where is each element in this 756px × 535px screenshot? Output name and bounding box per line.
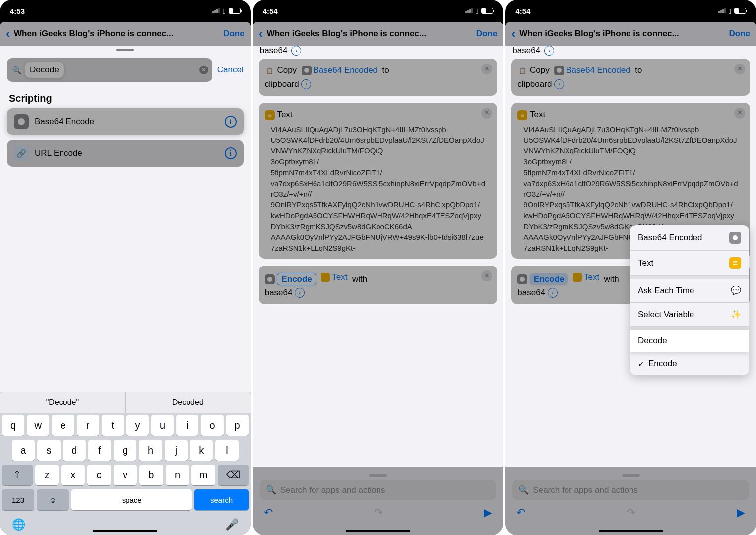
- action-base64-encode[interactable]: Base64 Encode i: [7, 108, 244, 135]
- close-icon[interactable]: ✕: [481, 108, 492, 119]
- menu-item-decode[interactable]: Decode: [630, 330, 749, 352]
- home-indicator[interactable]: [346, 530, 410, 532]
- expand-icon[interactable]: ›: [295, 288, 305, 298]
- grabber[interactable]: [369, 474, 387, 477]
- key-u[interactable]: u: [151, 415, 174, 436]
- expand-icon[interactable]: ›: [544, 46, 554, 56]
- key-p[interactable]: p: [226, 415, 249, 436]
- status-bar: 4:53 􀙇: [0, 0, 251, 22]
- key-l[interactable]: l: [215, 440, 238, 461]
- key-row: qwertyuiop: [2, 415, 249, 436]
- action-url-encode[interactable]: 🔗 URL Encode i: [7, 140, 244, 167]
- delete-key[interactable]: ⌫: [218, 465, 249, 485]
- key-q[interactable]: q: [2, 415, 24, 436]
- suggestion[interactable]: Decoded: [126, 392, 251, 413]
- back-button[interactable]: ‹: [259, 27, 263, 41]
- key-c[interactable]: c: [87, 465, 111, 485]
- text-variable[interactable]: Text: [573, 270, 599, 284]
- expand-icon[interactable]: ›: [548, 288, 558, 298]
- run-button[interactable]: ▶: [484, 506, 492, 519]
- key-e[interactable]: e: [52, 415, 74, 436]
- search-actions[interactable]: 🔍 Search for apps and actions: [260, 480, 497, 500]
- copy-action-block[interactable]: ✕ 📋 Copy Base64 Encoded to clipboard ›: [259, 59, 498, 96]
- grabber[interactable]: [622, 474, 640, 477]
- key-h[interactable]: h: [139, 440, 162, 461]
- info-icon[interactable]: i: [225, 147, 237, 159]
- home-indicator[interactable]: [93, 530, 157, 532]
- key-v[interactable]: v: [114, 465, 137, 485]
- key-x[interactable]: x: [61, 465, 85, 485]
- cancel-button[interactable]: Cancel: [217, 65, 244, 75]
- menu-item-select-variable[interactable]: Select Variable ✨: [630, 303, 749, 327]
- menu-item-base64-encoded[interactable]: Base64 Encoded: [630, 225, 749, 251]
- chat-icon: 💬: [731, 285, 741, 296]
- search-key[interactable]: search: [194, 489, 248, 510]
- menu-item-encode[interactable]: ✓ Encode: [630, 352, 749, 375]
- suggestion[interactable]: "Decode": [0, 392, 126, 413]
- expand-icon[interactable]: ›: [291, 46, 301, 56]
- close-icon[interactable]: ✕: [734, 108, 745, 119]
- copy-action-block[interactable]: ✕ 📋 Copy Base64 Encoded to clipboard ›: [511, 59, 750, 96]
- search-actions[interactable]: 🔍 Search for apps and actions: [512, 480, 749, 500]
- section-header: Scripting: [0, 86, 251, 108]
- close-icon[interactable]: ✕: [481, 270, 492, 281]
- undo-button[interactable]: ↶: [516, 506, 525, 519]
- menu-item-ask-each-time[interactable]: Ask Each Time 💬: [630, 279, 749, 303]
- text-content[interactable]: VI4AAuSLIIQuAgADjL7u3OHqKTgN+4III-MZt0lv…: [265, 121, 492, 259]
- undo-button[interactable]: ↶: [264, 506, 273, 519]
- clear-icon[interactable]: ✕: [199, 66, 208, 74]
- globe-icon[interactable]: 🌐: [12, 518, 25, 531]
- key-w[interactable]: w: [27, 415, 49, 436]
- action-continuation: base64 ›: [505, 46, 756, 59]
- variable-base64-encoded[interactable]: Base64 Encoded: [566, 64, 630, 77]
- key-r[interactable]: r: [77, 415, 99, 436]
- wifi-icon: 􀙇: [223, 7, 225, 15]
- key-a[interactable]: a: [12, 440, 35, 461]
- run-button[interactable]: ▶: [737, 506, 745, 519]
- page-title: When iGeeks Blog's iPhone is connec...: [267, 29, 472, 39]
- cellular-icon: [212, 8, 220, 13]
- key-t[interactable]: t: [102, 415, 124, 436]
- key-n[interactable]: n: [166, 465, 189, 485]
- menu-item-text[interactable]: Text ≡: [630, 251, 749, 276]
- search-field[interactable]: 🔍 Decode ✕: [7, 58, 212, 82]
- home-indicator[interactable]: [599, 530, 663, 532]
- key-z[interactable]: z: [35, 465, 59, 485]
- encode-param[interactable]: Encode: [277, 273, 316, 285]
- keyboard-suggestions[interactable]: "Decode" Decoded: [0, 392, 251, 413]
- space-key[interactable]: space: [71, 489, 192, 510]
- text-action-block[interactable]: ✕ ≡ Text VI4AAuSLIIQuAgADjL7u3OHqKTgN+4I…: [259, 103, 498, 259]
- mic-icon[interactable]: 🎤: [225, 518, 239, 531]
- key-d[interactable]: d: [63, 440, 86, 461]
- numbers-key[interactable]: 123: [2, 489, 34, 510]
- key-k[interactable]: k: [190, 440, 213, 461]
- text-variable[interactable]: Text: [321, 270, 347, 284]
- key-s[interactable]: s: [37, 440, 60, 461]
- key-y[interactable]: y: [126, 415, 149, 436]
- key-i[interactable]: i: [176, 415, 198, 436]
- done-button[interactable]: Done: [729, 29, 751, 39]
- key-o[interactable]: o: [201, 415, 223, 436]
- emoji-key[interactable]: ☺: [37, 489, 69, 510]
- key-g[interactable]: g: [114, 440, 136, 461]
- back-button[interactable]: ‹: [6, 27, 10, 41]
- shift-key[interactable]: ⇧: [2, 465, 33, 485]
- encode-param[interactable]: Encode: [530, 273, 568, 285]
- back-button[interactable]: ‹: [511, 27, 515, 41]
- key-j[interactable]: j: [165, 440, 188, 461]
- key-row: ⇧ zxcvbnm ⌫: [2, 465, 249, 485]
- expand-icon[interactable]: ›: [554, 79, 564, 89]
- close-icon[interactable]: ✕: [481, 64, 492, 74]
- info-icon[interactable]: i: [225, 116, 237, 128]
- grabber[interactable]: [116, 49, 134, 51]
- done-button[interactable]: Done: [476, 29, 498, 39]
- expand-icon[interactable]: ›: [301, 79, 311, 89]
- done-button[interactable]: Done: [223, 29, 245, 39]
- key-f[interactable]: f: [88, 440, 111, 461]
- key-m[interactable]: m: [191, 465, 215, 485]
- key-b[interactable]: b: [139, 465, 163, 485]
- encode-action-block[interactable]: ✕ Encode Text with base64 ›: [259, 266, 498, 304]
- close-icon[interactable]: ✕: [734, 64, 745, 74]
- variable-base64-encoded[interactable]: Base64 Encoded: [314, 64, 378, 77]
- keyboard[interactable]: "Decode" Decoded qwertyuiop asdfghjkl ⇧ …: [0, 392, 251, 535]
